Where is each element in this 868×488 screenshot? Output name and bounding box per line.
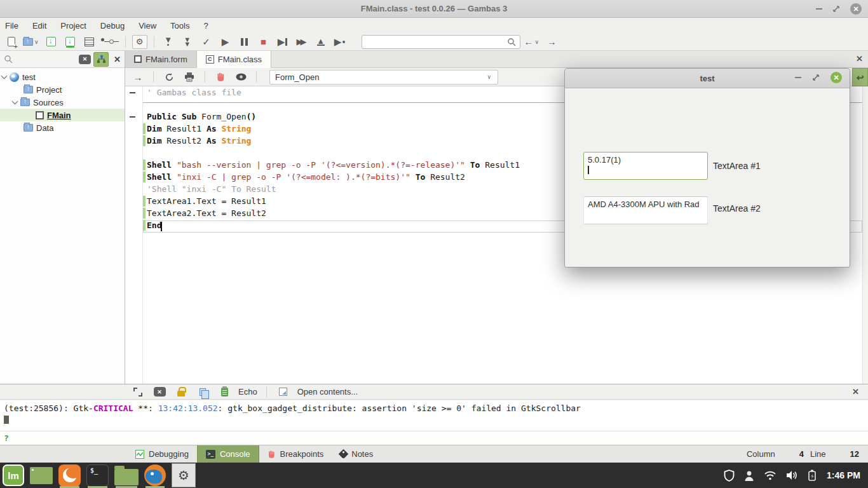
textarea-2[interactable]: AMD A4-3300M APU with Rad xyxy=(583,196,708,224)
compile-all-button[interactable]: ▼▼ xyxy=(180,35,195,49)
console-prompt[interactable]: ? xyxy=(0,431,868,445)
open-contents-label[interactable]: Open contents... xyxy=(297,387,358,396)
menu-edit[interactable]: Edit xyxy=(32,21,46,30)
refresh-button[interactable] xyxy=(161,70,177,84)
menu-project[interactable]: Project xyxy=(60,21,86,30)
clear-icon: ✕ xyxy=(154,387,166,396)
fold-icon[interactable] xyxy=(130,116,135,118)
finish-button[interactable]: ▲ xyxy=(313,35,329,49)
chevron-expanded-icon[interactable] xyxy=(12,98,18,104)
open-folder-icon xyxy=(23,38,33,46)
procedure-select[interactable]: Form_Open ∨ xyxy=(269,70,498,85)
save-button[interactable] xyxy=(44,35,59,49)
restore-icon[interactable] xyxy=(832,5,840,13)
textarea-1[interactable]: 5.0.17(1) xyxy=(583,152,708,180)
run-button[interactable]: ▶ xyxy=(218,35,233,49)
tab-fmain-form[interactable]: FMain.form xyxy=(125,51,197,67)
tab-console[interactable]: >_ Console xyxy=(197,445,259,463)
check-button[interactable]: ✓ xyxy=(199,35,214,49)
console-clear-button[interactable]: ✕ xyxy=(152,385,167,399)
step-button[interactable]: ▶ xyxy=(275,35,290,49)
tab-debugging[interactable]: Debugging xyxy=(127,445,197,463)
toolbar-search-field[interactable] xyxy=(362,35,520,49)
console-expand-button[interactable] xyxy=(130,385,146,399)
echo-toggle[interactable]: Echo xyxy=(238,387,257,396)
tree-item-sources-folder[interactable]: Sources xyxy=(0,96,125,109)
console-output[interactable]: (test:25856): Gtk-CRITICAL **: 13:42:13.… xyxy=(0,400,868,431)
tree-item-project-root[interactable]: test xyxy=(0,71,125,83)
tree-view-toggle-button[interactable] xyxy=(93,52,109,67)
close-search-icon[interactable]: ✕ xyxy=(111,55,123,64)
separator xyxy=(153,71,154,83)
tree-item-fmain[interactable]: FMain xyxy=(0,109,125,121)
active-app-button[interactable]: ⚙ xyxy=(172,463,196,488)
nav-forward-button[interactable]: → xyxy=(544,35,559,49)
user-icon[interactable] xyxy=(744,470,754,481)
close-icon[interactable]: ✕ xyxy=(831,72,842,83)
sidebar-search-input[interactable] xyxy=(15,55,76,64)
menu-view[interactable]: View xyxy=(139,21,156,30)
wifi-icon[interactable] xyxy=(764,471,776,480)
menu-debug[interactable]: Debug xyxy=(100,21,125,30)
console-paste-button[interactable] xyxy=(217,385,232,399)
tab-breakpoints[interactable]: Breakpoints xyxy=(259,445,332,463)
properties-button[interactable]: ⚙ xyxy=(132,35,147,49)
test-window-titlebar[interactable]: test ✕ xyxy=(565,69,850,88)
project-panel-button[interactable] xyxy=(82,35,97,49)
tree-item-data-folder[interactable]: Data xyxy=(0,121,125,134)
console-lock-button[interactable] xyxy=(173,385,189,399)
print-button[interactable] xyxy=(182,70,197,84)
close-tab-icon[interactable]: ✕ xyxy=(856,54,863,64)
console-copy-button[interactable] xyxy=(195,385,210,399)
close-console-icon[interactable]: ✕ xyxy=(848,387,863,396)
menu-file[interactable]: File xyxy=(5,21,18,30)
volume-icon[interactable] xyxy=(786,470,798,480)
terminal-launcher[interactable]: $_ xyxy=(86,463,109,488)
open-contents-button[interactable] xyxy=(276,385,291,399)
menu-help[interactable]: ? xyxy=(203,21,208,30)
ide-titlebar[interactable]: FMain.class - test 0.0.26 — Gambas 3 ✕ xyxy=(0,0,868,18)
tree-label: Sources xyxy=(33,98,64,107)
tree-label: FMain xyxy=(47,111,71,120)
menu-tools[interactable]: Tools xyxy=(170,21,189,30)
restore-icon[interactable] xyxy=(812,74,820,81)
compile-button[interactable]: ▼ xyxy=(161,35,176,49)
tree-item-project-folder[interactable]: Project xyxy=(0,83,125,96)
clock[interactable]: 1:46 PM xyxy=(827,470,860,480)
fast-forward-icon: ▶▶ xyxy=(297,37,307,46)
open-project-button[interactable]: ∨ xyxy=(23,35,40,49)
run-until-button[interactable]: ▶ xyxy=(332,35,348,49)
shield-icon[interactable] xyxy=(724,470,735,482)
desktop-icon xyxy=(30,467,53,484)
new-file-button[interactable] xyxy=(4,35,19,49)
class-icon: C xyxy=(206,55,214,64)
nav-back-button[interactable]: ←∨ xyxy=(524,35,541,49)
chevron-expanded-icon[interactable] xyxy=(1,72,8,79)
minimize-icon[interactable] xyxy=(816,8,822,10)
tab-fmain-class[interactable]: C FMain.class xyxy=(197,51,271,68)
mint-menu-button[interactable]: lm xyxy=(3,463,24,488)
arrow-right-icon: → xyxy=(133,72,143,83)
firefox-launcher[interactable] xyxy=(58,463,81,488)
editor-scrollbar[interactable] xyxy=(862,86,868,384)
pause-button[interactable] xyxy=(237,35,252,49)
clear-search-icon[interactable]: ✕ xyxy=(79,55,91,64)
tab-notes[interactable]: Notes xyxy=(332,445,381,463)
minimize-icon[interactable] xyxy=(795,77,801,78)
show-desktop-button[interactable] xyxy=(30,463,53,488)
files-launcher[interactable] xyxy=(114,463,139,488)
battery-icon[interactable] xyxy=(808,470,817,481)
console-toolbar-left xyxy=(0,384,125,400)
commit-button[interactable] xyxy=(101,35,119,49)
goto-button[interactable]: → xyxy=(130,70,146,84)
gambas-launcher[interactable] xyxy=(144,463,166,488)
side-panel-toggle-button[interactable]: ↩ xyxy=(852,68,868,86)
fold-icon[interactable] xyxy=(130,92,135,93)
save-all-button[interactable] xyxy=(63,35,78,49)
forward-button[interactable]: ▶▶ xyxy=(294,35,309,49)
close-icon[interactable]: ✕ xyxy=(850,3,862,15)
watch-button[interactable] xyxy=(233,70,248,84)
copy-icon xyxy=(200,388,206,396)
stop-button[interactable]: ■ xyxy=(256,35,271,49)
pause-on-error-button[interactable] xyxy=(213,70,228,84)
